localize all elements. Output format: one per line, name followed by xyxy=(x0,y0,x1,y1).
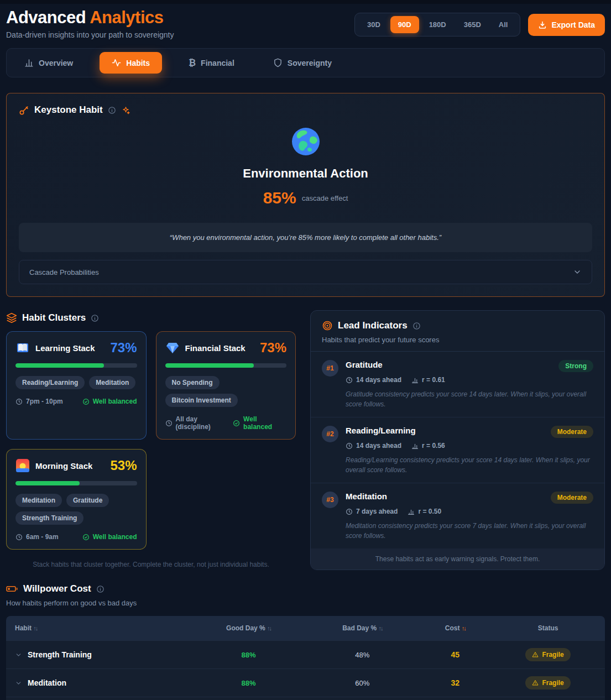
cluster-balance-label: Well balanced xyxy=(93,398,137,405)
status-badge: Fragile xyxy=(525,676,570,689)
cluster-grid: Learning Stack 73% Reading/Learning Medi… xyxy=(6,331,296,550)
willpower-table: Habit ↑↓ Good Day % ↑↓ Bad Day % ↑↓ Cost… xyxy=(6,616,605,700)
warning-icon xyxy=(532,680,539,686)
cluster-card-morning[interactable]: Morning Stack 53% Meditation Gratitude S… xyxy=(6,449,147,550)
column-header-status: Status xyxy=(491,616,605,640)
sort-icon: ↑↓ xyxy=(33,625,37,631)
book-icon xyxy=(15,341,30,355)
clusters-title: Habit Clusters xyxy=(22,312,86,323)
column-header-bad-day[interactable]: Bad Day % ↑↓ xyxy=(305,616,419,640)
cluster-time-label: 6am - 9am xyxy=(26,533,59,541)
rank-badge: #2 xyxy=(322,426,338,442)
lead-indicators-title: Lead Indicators xyxy=(338,320,408,331)
clock-icon xyxy=(346,508,353,515)
cascade-probabilities-toggle[interactable]: Cascade Probabilities xyxy=(19,260,592,284)
range-button-180d[interactable]: 180D xyxy=(421,16,454,33)
willpower-cost-section: Willpower Cost How habits perform on goo… xyxy=(6,583,605,700)
warning-icon xyxy=(532,651,539,658)
table-row[interactable]: Meditation 88% 60% 32 Fragile xyxy=(6,668,605,697)
lead-indicators-panel: Lead Indicators Habits that predict your… xyxy=(310,310,605,570)
column-header-habit[interactable]: Habit ↑↓ xyxy=(6,616,192,640)
range-button-30d[interactable]: 30D xyxy=(359,16,388,33)
good-day-value: 88% xyxy=(192,644,306,666)
column-header-good-day[interactable]: Good Day % ↑↓ xyxy=(192,616,306,640)
tab-bar: Overview Habits ₿ Financial Sovereignty xyxy=(6,48,605,77)
habit-tag: Bitcoin Investment xyxy=(165,394,238,407)
lead-time: 14 days ahead xyxy=(356,442,401,450)
table-row[interactable]: Gratitude 82% 68% 18 Reliable xyxy=(6,697,605,700)
title-primary: Advanced xyxy=(6,8,86,27)
clock-icon xyxy=(15,534,23,541)
strength-badge: Strong xyxy=(558,360,593,372)
sort-icon: ↑↓ xyxy=(379,625,383,631)
habit-tag: Gratitude xyxy=(66,494,109,507)
page-header: Advanced Analytics Data-driven insights … xyxy=(6,7,605,39)
cluster-time-label: 7pm - 10pm xyxy=(26,398,63,405)
cluster-card-financial[interactable]: Financial Stack 73% No Spending Bitcoin … xyxy=(156,331,296,440)
title-accent: Analytics xyxy=(90,8,163,27)
cascade-probabilities-label: Cascade Probabilities xyxy=(29,268,99,276)
cluster-balance-label: Well balanced xyxy=(93,533,137,541)
cluster-card-learning[interactable]: Learning Stack 73% Reading/Learning Medi… xyxy=(6,331,147,440)
range-button-90d[interactable]: 90D xyxy=(390,16,419,33)
lead-indicators-header: Lead Indicators Habits that predict your… xyxy=(311,311,604,352)
cluster-percent: 73% xyxy=(260,340,286,356)
gem-icon xyxy=(165,341,180,355)
check-circle-icon xyxy=(233,420,240,427)
correlation-value: r = 0.61 xyxy=(422,376,445,384)
table-row[interactable]: Strength Training 88% 48% 45 Fragile xyxy=(6,640,605,668)
cluster-progress-fill xyxy=(165,363,254,368)
sparkles-icon xyxy=(121,106,130,115)
lead-indicator-item: #2 Reading/Learning Moderate 14 days ahe… xyxy=(311,417,604,483)
info-icon[interactable] xyxy=(96,585,105,593)
layers-icon xyxy=(6,312,17,323)
column-header-cost[interactable]: Cost ↑↓ xyxy=(419,616,491,640)
lead-habit-name: Meditation xyxy=(346,492,387,501)
tab-label: Sovereignty xyxy=(288,59,332,67)
habit-name: Strength Training xyxy=(28,650,92,659)
tab-sovereignty[interactable]: Sovereignty xyxy=(261,52,344,74)
tab-habits[interactable]: Habits xyxy=(100,52,162,74)
tab-overview[interactable]: Overview xyxy=(12,52,85,74)
page-title: Advanced Analytics xyxy=(6,8,174,27)
habit-tag: Strength Training xyxy=(15,511,83,525)
lead-description: Gratitude consistency predicts your scor… xyxy=(346,389,593,409)
cost-value: 45 xyxy=(419,643,491,666)
willpower-title: Willpower Cost xyxy=(23,583,91,594)
time-range-group: 30D 90D 180D 365D All xyxy=(354,13,521,36)
clock-icon xyxy=(15,398,23,405)
clusters-header: Habit Clusters xyxy=(6,310,296,331)
rank-badge: #1 xyxy=(322,360,338,377)
tab-label: Habits xyxy=(126,59,150,67)
analytics-page: Advanced Analytics Data-driven insights … xyxy=(0,4,611,700)
clock-icon xyxy=(165,420,173,427)
lead-indicator-item: #3 Meditation Moderate 7 days ahead xyxy=(311,483,604,548)
sort-icon-active: ↑↓ xyxy=(462,625,466,631)
activity-icon xyxy=(112,58,121,67)
cluster-percent: 53% xyxy=(110,458,137,473)
cluster-progress-fill xyxy=(15,363,104,368)
info-icon[interactable] xyxy=(412,322,421,330)
header-controls: 30D 90D 180D 365D All Export Data xyxy=(354,13,605,36)
info-icon[interactable] xyxy=(108,106,116,114)
sunrise-icon xyxy=(15,458,30,473)
page-subtitle: Data-driven insights into your path to s… xyxy=(6,30,174,39)
keystone-title: Keystone Habit xyxy=(34,105,103,116)
keystone-habit-name: Environmental Action xyxy=(19,166,592,181)
bad-day-value: 48% xyxy=(305,644,419,666)
info-icon[interactable] xyxy=(91,314,99,322)
tab-financial[interactable]: ₿ Financial xyxy=(176,53,247,74)
range-button-365d[interactable]: 365D xyxy=(456,16,489,33)
chevron-down-icon[interactable] xyxy=(15,680,22,687)
export-data-button[interactable]: Export Data xyxy=(528,14,605,36)
bar-chart-icon xyxy=(411,442,419,450)
lead-habit-name: Gratitude xyxy=(346,360,383,369)
download-icon xyxy=(538,20,547,29)
habit-name: Meditation xyxy=(28,678,66,687)
range-button-all[interactable]: All xyxy=(491,16,516,33)
lead-time: 14 days ahead xyxy=(356,376,401,384)
lead-time: 7 days ahead xyxy=(356,508,398,515)
strength-badge: Moderate xyxy=(551,492,593,504)
habit-clusters-section: Habit Clusters Learning Stack 73% xyxy=(6,310,296,568)
chevron-down-icon[interactable] xyxy=(15,651,22,659)
